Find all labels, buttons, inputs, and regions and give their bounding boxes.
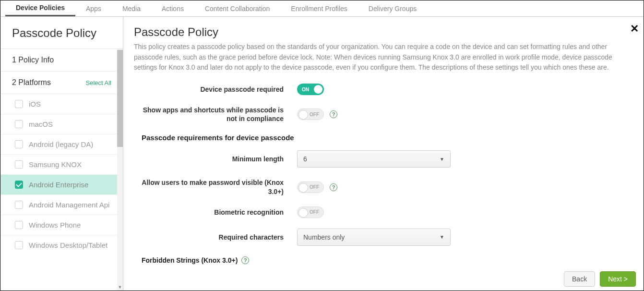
platform-windows-desktop[interactable]: Windows Desktop/Tablet xyxy=(0,235,123,255)
platform-label: Samsung KNOX xyxy=(29,160,82,169)
platform-label: Windows Desktop/Tablet xyxy=(29,241,107,249)
checkbox-icon[interactable] xyxy=(15,100,23,108)
toggle-state-text: OFF xyxy=(310,184,319,190)
toggle-allow-visible[interactable]: OFF xyxy=(297,182,324,193)
checkbox-icon[interactable] xyxy=(15,140,23,148)
label-min-length: Minimum length xyxy=(134,155,297,163)
chevron-down-icon: ▼ xyxy=(440,234,444,240)
select-value: Numbers only xyxy=(303,233,345,241)
page-description: This policy creates a passcode policy ba… xyxy=(134,42,623,73)
tab-media[interactable]: Media xyxy=(112,0,151,16)
select-value: 6 xyxy=(303,155,307,163)
checkbox-icon[interactable] xyxy=(15,120,23,128)
checkbox-icon[interactable] xyxy=(15,201,23,209)
toggle-state-text: OFF xyxy=(310,112,319,117)
toggle-show-apps[interactable]: OFF xyxy=(297,109,324,120)
toggle-state-text: OFF xyxy=(310,209,319,215)
platform-windows-phone[interactable]: Windows Phone xyxy=(0,215,123,235)
page-title: Passcode Policy xyxy=(134,25,630,39)
checkbox-icon[interactable] xyxy=(15,181,23,189)
checkbox-icon[interactable] xyxy=(15,160,23,169)
tab-content-collaboration[interactable]: Content Collaboration xyxy=(194,0,280,16)
platform-label: Android Management Api xyxy=(29,201,109,209)
select-all-link[interactable]: Select All xyxy=(86,79,111,86)
step-policy-info-label: 1 Policy Info xyxy=(12,56,54,64)
label-biometric: Biometric recognition xyxy=(134,208,297,217)
platform-label: Android (legacy DA) xyxy=(29,140,93,148)
toggle-state-text: ON xyxy=(302,87,309,92)
section-heading: Passcode requirements for device passcod… xyxy=(142,133,630,142)
platform-android-legacy[interactable]: Android (legacy DA) xyxy=(0,134,123,155)
checkbox-icon[interactable] xyxy=(15,241,23,249)
help-icon[interactable]: ? xyxy=(241,256,249,264)
checkbox-icon[interactable] xyxy=(15,221,23,229)
top-tabs: Device Policies Apps Media Actions Conte… xyxy=(0,0,644,17)
platform-samsung-knox[interactable]: Samsung KNOX xyxy=(0,155,123,175)
scrollbar-track[interactable]: ▼ xyxy=(117,49,123,291)
content-area: ✕ Passcode Policy This policy creates a … xyxy=(123,17,644,291)
platform-label: iOS xyxy=(29,100,41,108)
sidebar-title: Passcode Policy xyxy=(0,17,123,48)
step-policy-info[interactable]: 1 Policy Info xyxy=(0,49,123,72)
next-button[interactable]: Next > xyxy=(600,271,636,287)
scrollbar-thumb[interactable] xyxy=(117,50,123,147)
select-required-chars[interactable]: Numbers only ▼ xyxy=(297,229,451,246)
forbidden-label: Forbidden Strings (Knox 3.0+) xyxy=(142,256,238,264)
step-platforms[interactable]: 2 Platforms Select All xyxy=(0,72,123,94)
step-platforms-label: 2 Platforms xyxy=(12,78,51,87)
label-required-chars: Required characters xyxy=(134,233,297,242)
help-icon[interactable]: ? xyxy=(330,183,337,191)
scrollbar-down-icon[interactable]: ▼ xyxy=(117,284,123,291)
platform-android-management-api[interactable]: Android Management Api xyxy=(0,195,123,215)
tab-enrollment-profiles[interactable]: Enrollment Profiles xyxy=(280,0,358,16)
platform-ios[interactable]: iOS xyxy=(0,94,123,114)
close-icon[interactable]: ✕ xyxy=(630,23,639,35)
platform-label: Android Enterprise xyxy=(29,181,88,189)
sidebar: Passcode Policy 1 Policy Info 2 Platform… xyxy=(0,17,123,291)
label-allow-visible: Allow users to make password visible (Kn… xyxy=(134,178,297,195)
platform-label: Windows Phone xyxy=(29,221,81,229)
footer: Back Next > xyxy=(123,267,644,291)
platform-macos[interactable]: macOS xyxy=(0,114,123,134)
chevron-down-icon: ▼ xyxy=(440,157,444,162)
forbidden-strings-heading: Forbidden Strings (Knox 3.0+) ? xyxy=(142,256,630,264)
platform-label: macOS xyxy=(29,120,53,128)
tab-delivery-groups[interactable]: Delivery Groups xyxy=(358,0,427,16)
label-device-required: Device passcode required xyxy=(134,85,297,94)
tab-actions[interactable]: Actions xyxy=(151,0,194,16)
toggle-device-required[interactable]: ON xyxy=(297,84,324,95)
help-icon[interactable]: ? xyxy=(330,110,337,118)
platform-android-enterprise[interactable]: Android Enterprise xyxy=(0,175,123,195)
back-button[interactable]: Back xyxy=(564,271,595,287)
tab-device-policies[interactable]: Device Policies xyxy=(5,0,75,16)
select-min-length[interactable]: 6 ▼ xyxy=(297,150,451,168)
label-show-apps: Show apps and shortcuts while passcode i… xyxy=(134,106,297,123)
toggle-biometric[interactable]: OFF xyxy=(297,206,324,218)
tab-apps[interactable]: Apps xyxy=(75,0,112,16)
